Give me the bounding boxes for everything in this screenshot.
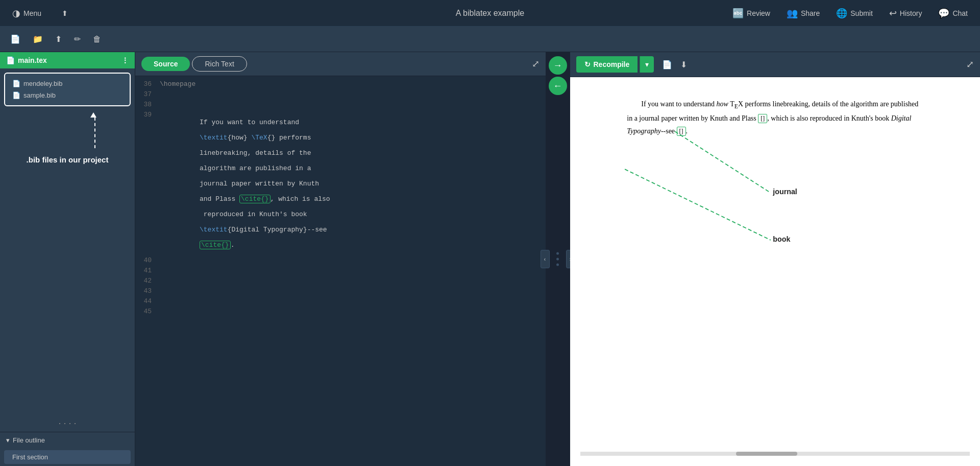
code-line-39: 39 If you want to understand \textit{how… — [135, 111, 546, 257]
editor-content[interactable]: 36 \homepage 37 38 39 If you want to und… — [135, 76, 546, 466]
code-line-42: 42 — [135, 277, 546, 287]
preview-download-button[interactable]: ⬇ — [678, 58, 689, 72]
editor-tabs: Source Rich Text ⤢ — [135, 52, 546, 76]
recompile-icon: ↻ — [584, 60, 591, 68]
recompile-dropdown-button[interactable]: ▾ — [640, 56, 654, 73]
new-file-button[interactable]: 📄 — [6, 31, 24, 47]
main-file-name[interactable]: main.tex — [18, 56, 47, 64]
share-button[interactable]: 👥 Share — [780, 5, 826, 22]
recompile-area: ↻ Recompile ▾ 📄 ⬇ ⤢ — [570, 52, 981, 77]
divider: → ← ‹ › — [546, 52, 570, 466]
expand-editor-button[interactable]: ⤢ — [532, 58, 540, 69]
code-text-normal: If you want to understand — [200, 119, 299, 126]
history-icon: ↩ — [889, 8, 897, 19]
bib-file-name-sample: sample.bib — [23, 91, 56, 99]
code-line-36: 36 \homepage — [135, 80, 546, 90]
share-label: Share — [801, 9, 820, 17]
cite-box-2[interactable]: \cite{} — [200, 241, 231, 249]
preview-scrollbar-handle[interactable] — [736, 452, 797, 456]
main-container: 📄 main.tex ⋮ 📄 mendeley.bib 📄 sample.bib — [0, 52, 980, 466]
sidebar: 📄 main.tex ⋮ 📄 mendeley.bib 📄 sample.bib — [0, 52, 135, 466]
review-button[interactable]: 🔤 Review — [726, 5, 776, 22]
tab-source[interactable]: Source — [141, 57, 190, 71]
code-line-45: 45 — [135, 308, 546, 318]
toolbar: 📄 📁 ⬆ ✏ 🗑 — [0, 27, 980, 52]
submit-button[interactable]: 🌐 Submit — [830, 5, 879, 22]
navbar-right: 🔤 Review 👥 Share 🌐 Submit ↩ History 💬 Ch… — [651, 5, 974, 22]
chat-label: Chat — [952, 9, 968, 17]
cite-box-1[interactable]: \cite{} — [239, 195, 271, 203]
svg-text:book: book — [773, 235, 791, 243]
back-button[interactable]: ⬆ — [56, 6, 74, 20]
preview-collapse-button[interactable]: ⤢ — [966, 59, 974, 70]
bib-file-mendeley[interactable]: 📄 mendeley.bib — [9, 78, 126, 89]
bib-files-box: 📄 mendeley.bib 📄 sample.bib — [4, 73, 131, 106]
submit-icon: 🌐 — [836, 8, 847, 19]
code-line-41: 41 — [135, 267, 546, 277]
code-line-40: 40 — [135, 257, 546, 267]
preview-italic-how: how — [717, 100, 728, 108]
history-button[interactable]: ↩ History — [883, 5, 928, 22]
review-icon: 🔤 — [732, 8, 744, 19]
bib-arrow-line — [94, 118, 95, 148]
navbar: ◑ Menu ⬆ A biblatex example 🔤 Review 👥 S… — [0, 0, 980, 27]
recompile-button[interactable]: ↻ Recompile — [576, 56, 638, 73]
code-line-43: 43 — [135, 287, 546, 297]
preview-scrollbar[interactable] — [580, 452, 970, 456]
code-line-38: 38 — [135, 101, 546, 111]
code-keyword-tex: \TeX — [251, 134, 267, 142]
more-options-icon[interactable]: ⋮ — [121, 56, 129, 64]
bib-file-icon-sample: 📄 — [12, 91, 20, 99]
divider-dots — [556, 252, 559, 266]
cite-ref-1: [] — [758, 114, 767, 123]
file-outline-label: File outline — [13, 436, 45, 444]
history-label: History — [900, 9, 922, 17]
code-line-37: 37 — [135, 90, 546, 101]
svg-line-2 — [625, 169, 771, 240]
app-title: A biblatex example — [329, 9, 651, 18]
preview-paragraph: If you want to understand how TEX perfor… — [627, 98, 923, 137]
code-keyword-textit2: \textit — [200, 226, 228, 234]
file-outline-header[interactable]: ▾ File outline — [0, 432, 135, 448]
recompile-label: Recompile — [594, 60, 630, 68]
code-keyword-textit: \textit — [200, 134, 228, 142]
forward-arrow-button[interactable]: → — [549, 56, 567, 75]
bib-file-sample[interactable]: 📄 sample.bib — [9, 89, 126, 101]
edit-button[interactable]: ✏ — [70, 31, 85, 47]
bib-arrow-head — [90, 112, 96, 118]
main-file-icon: 📄 — [6, 56, 15, 64]
chevron-down-icon: ▾ — [6, 436, 10, 444]
collapse-editor-button[interactable]: ‹ — [541, 250, 550, 268]
tab-richtext[interactable]: Rich Text — [192, 56, 247, 72]
cite-ref-2: [] — [677, 127, 686, 136]
preview-icons: 📄 ⬇ — [660, 58, 689, 72]
chat-button[interactable]: 💬 Chat — [932, 5, 974, 22]
sidebar-files: 📄 mendeley.bib 📄 sample.bib .bib files i… — [0, 68, 135, 173]
resize-handle[interactable]: · · · · — [0, 415, 135, 432]
chat-icon: 💬 — [938, 8, 949, 19]
code-line-44: 44 — [135, 297, 546, 308]
open-folder-button[interactable]: 📁 — [29, 31, 47, 47]
outline-item-first-section[interactable]: First section — [4, 450, 131, 464]
delete-button[interactable]: 🗑 — [89, 32, 105, 47]
submit-label: Submit — [850, 9, 873, 17]
bib-arrow-container — [4, 110, 131, 150]
preview-content-wrapper: If you want to understand how TEX perfor… — [570, 77, 981, 466]
svg-text:journal: journal — [772, 188, 797, 196]
menu-button[interactable]: ◑ Menu — [6, 5, 47, 22]
back-arrow-button[interactable]: ← — [549, 77, 567, 95]
preview-italic-digital: Digital Typography — [627, 114, 911, 135]
navbar-left: ◑ Menu ⬆ — [6, 5, 329, 22]
review-label: Review — [747, 9, 770, 17]
back-icon: ⬆ — [62, 9, 68, 17]
bib-label: .bib files in our project — [4, 150, 131, 169]
preview-pane: ↻ Recompile ▾ 📄 ⬇ ⤢ If you want to under… — [570, 52, 981, 466]
overleaf-logo-icon: ◑ — [12, 8, 20, 19]
editor-pane: Source Rich Text ⤢ 36 \homepage 37 38 39 — [135, 52, 546, 466]
preview-rendered-text: If you want to understand how TEX perfor… — [570, 77, 981, 158]
bib-file-icon-mendeley: 📄 — [12, 80, 20, 87]
sidebar-file-header: 📄 main.tex ⋮ — [0, 52, 135, 68]
preview-file-icon-button[interactable]: 📄 — [660, 58, 674, 72]
upload-button[interactable]: ⬆ — [51, 31, 66, 47]
sidebar-bottom: · · · · ▾ File outline First section — [0, 415, 135, 466]
